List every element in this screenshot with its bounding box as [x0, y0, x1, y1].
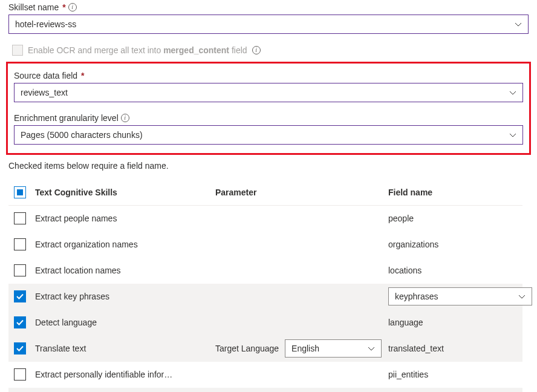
skill-name: Extract location names: [35, 258, 212, 283]
table-row: Detect sentimentsentiment: [8, 388, 522, 392]
table-body: Extract people namespeopleExtract organi…: [8, 206, 522, 392]
table-row: Extract location nameslocations: [8, 258, 522, 284]
chevron-down-icon: [368, 345, 375, 352]
col-header-fieldname: Field name: [388, 186, 522, 199]
parameter-cell: [215, 217, 385, 220]
skillset-name-label: Skillset name * i: [8, 2, 529, 12]
table-row: Extract organization namesorganizations: [8, 232, 522, 258]
checked-items-note: Checked items below require a field name…: [8, 161, 529, 171]
row-checkbox[interactable]: [14, 264, 26, 276]
field-name-cell: people: [388, 212, 522, 225]
required-asterisk: *: [81, 71, 84, 80]
field-name-cell: translated_text: [388, 342, 522, 355]
info-icon[interactable]: i: [68, 3, 77, 11]
parameter-cell: [215, 321, 385, 324]
field-name-dropdown[interactable]: keyphrases: [388, 287, 532, 305]
highlighted-region: Source data field * reviews_text Enrichm…: [6, 62, 531, 155]
row-checkbox[interactable]: [14, 316, 26, 328]
parameter-dropdown-value: English: [291, 344, 319, 353]
skill-name: Translate text: [35, 336, 212, 361]
skillset-name-value: hotel-reviews-ss: [15, 19, 76, 29]
granularity-label-text: Enrichment granularity level: [14, 113, 119, 123]
select-all-checkbox[interactable]: [14, 186, 26, 198]
field-name-value: translated_text: [388, 344, 444, 353]
source-field-value: reviews_text: [21, 88, 68, 97]
field-name-cell: language: [388, 316, 522, 329]
info-icon[interactable]: i: [252, 46, 261, 54]
granularity-dropdown[interactable]: Pages (5000 characters chunks): [14, 125, 523, 145]
source-field-label-text: Source data field: [14, 71, 77, 80]
info-icon[interactable]: i: [121, 114, 129, 122]
field-name-value: organizations: [388, 240, 438, 249]
skill-name: Extract key phrases: [35, 284, 212, 309]
parameter-cell: Target LanguageEnglish: [215, 338, 385, 359]
field-name-value: language: [388, 318, 423, 327]
granularity-value: Pages (5000 characters chunks): [21, 130, 143, 140]
table-row: Detect languagelanguage: [8, 310, 522, 336]
field-name-cell: pii_entities: [388, 368, 522, 381]
col-header-parameter: Parameter: [215, 186, 385, 199]
table-row: Extract key phraseskeyphrases: [8, 284, 522, 310]
field-name-value: locations: [388, 266, 421, 275]
parameter-cell: [215, 269, 385, 272]
parameter-cell: [215, 373, 385, 376]
chevron-down-icon: [509, 89, 516, 96]
table-row: Extract personally identifiable infor…pi…: [8, 362, 522, 388]
row-checkbox[interactable]: [14, 368, 26, 381]
parameter-label: Target Language: [215, 344, 279, 353]
skillset-name-label-text: Skillset name: [8, 2, 59, 12]
checkbox-disabled: [12, 45, 23, 56]
skill-name: Extract personally identifiable infor…: [35, 362, 212, 387]
source-field-label: Source data field *: [14, 71, 523, 80]
granularity-label: Enrichment granularity level i: [14, 113, 523, 123]
table-header: Text Cognitive Skills Parameter Field na…: [8, 179, 522, 206]
parameter-cell: [215, 243, 385, 246]
field-name-value: keyphrases: [395, 292, 438, 301]
field-name-cell: organizations: [388, 238, 522, 251]
field-name-cell: keyphrases: [388, 286, 532, 307]
table-row: Extract people namespeople: [8, 206, 522, 232]
parameter-cell: [215, 295, 385, 298]
field-name-cell: locations: [388, 264, 522, 277]
row-checkbox[interactable]: [14, 290, 26, 302]
table-row: Translate textTarget LanguageEnglishtran…: [8, 336, 522, 362]
skill-name: Extract organization names: [35, 232, 212, 257]
row-checkbox[interactable]: [14, 238, 26, 250]
skillset-name-dropdown[interactable]: hotel-reviews-ss: [8, 15, 529, 34]
skill-name: Detect sentiment: [35, 388, 212, 392]
source-field-dropdown[interactable]: reviews_text: [14, 83, 523, 102]
row-checkbox[interactable]: [14, 212, 26, 224]
field-name-value: people: [388, 214, 414, 223]
enable-ocr-label: Enable OCR and merge all text into merge…: [28, 45, 247, 55]
parameter-dropdown[interactable]: English: [285, 339, 382, 358]
skill-name: Detect language: [35, 310, 212, 335]
chevron-down-icon: [509, 131, 516, 139]
skill-name: Extract people names: [35, 206, 212, 231]
chevron-down-icon: [518, 293, 526, 300]
col-header-skills: Text Cognitive Skills: [35, 186, 212, 199]
required-asterisk: *: [62, 2, 65, 12]
row-checkbox[interactable]: [14, 342, 26, 354]
field-name-value: pii_entities: [388, 370, 428, 379]
chevron-down-icon: [515, 21, 522, 28]
skills-table: Text Cognitive Skills Parameter Field na…: [8, 179, 522, 392]
enable-ocr-row: Enable OCR and merge all text into merge…: [12, 45, 529, 56]
